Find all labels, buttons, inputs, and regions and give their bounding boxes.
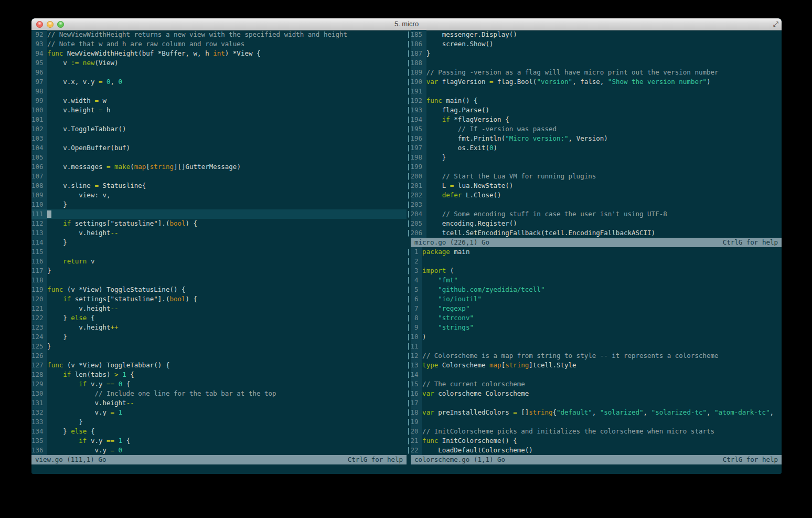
code-line[interactable]: |192 func main() {: [407, 96, 782, 105]
code-line[interactable]: 131 v.height--: [31, 398, 407, 408]
code-line[interactable]: |11: [407, 342, 782, 351]
code-line[interactable]: 129 if v.y == 0 {: [31, 379, 407, 389]
code-line[interactable]: 119 func (v *View) ToggleStatusLine() {: [31, 285, 407, 294]
code-line[interactable]: 130 // Include one line for the tab bar …: [31, 389, 407, 398]
code-line[interactable]: |15 // The current colorscheme: [407, 379, 782, 389]
code-line[interactable]: 110 }: [31, 200, 407, 209]
code-line[interactable]: 135 if v.y == 1 {: [31, 436, 407, 446]
code-line[interactable]: |190 var flagVersion = flag.Bool("versio…: [407, 77, 782, 87]
code-line[interactable]: |204 // Some encoding stuff in case the …: [407, 209, 782, 219]
editor-pane-view-go[interactable]: 92 // NewViewWidthHeight returns a new v…: [31, 30, 407, 455]
code-line[interactable]: |202 defer L.Close(): [407, 191, 782, 200]
split-divider: |: [407, 427, 411, 435]
code-line[interactable]: 134 } else {: [31, 427, 407, 436]
code-line[interactable]: |12 // Colorscheme is a map from string …: [407, 351, 782, 361]
code-line[interactable]: 126: [31, 351, 407, 361]
code-line[interactable]: |185 messenger.Display(): [407, 30, 782, 39]
code-line[interactable]: | 1 package main: [407, 247, 782, 257]
code-line[interactable]: |199: [407, 162, 782, 172]
code-line[interactable]: 113 v.height--: [31, 228, 407, 238]
code-line[interactable]: |194 if *flagVersion {: [407, 115, 782, 124]
code-line[interactable]: |195 // If -version was passed: [407, 124, 782, 134]
code-line[interactable]: |193 flag.Parse(): [407, 105, 782, 115]
code-line[interactable]: | 9 "strings": [407, 323, 782, 332]
code-line[interactable]: |196 fmt.Println("Micro version:", Versi…: [407, 134, 782, 143]
code-line[interactable]: 102 v.ToggleTabbar(): [31, 124, 407, 134]
code-line[interactable]: 133 }: [31, 417, 407, 427]
code-line[interactable]: |186 screen.Show(): [407, 39, 782, 49]
code-line[interactable]: 127 func (v *View) ToggleTabbar() {: [31, 361, 407, 370]
split-divider: |: [407, 267, 411, 274]
line-number: 18: [411, 408, 423, 417]
code-line[interactable]: |21 func InitColorscheme() {: [407, 436, 782, 446]
code-line[interactable]: 121 v.height--: [31, 304, 407, 313]
code-line[interactable]: | 4 "fmt": [407, 276, 782, 285]
code-line[interactable]: 99 v.width = w: [31, 96, 407, 105]
code-line[interactable]: |188: [407, 58, 782, 68]
split-divider: |: [407, 408, 411, 416]
editor-pane-colorscheme-go[interactable]: | 1 package main| 2 | 3 import (| 4 "fmt…: [407, 247, 782, 455]
code-line[interactable]: 94 func NewViewWidthHeight(buf *Buffer, …: [31, 49, 407, 58]
code-line[interactable]: | 7 "regexp": [407, 304, 782, 313]
command-line: [31, 464, 782, 474]
code-line[interactable]: |18 var preInstalledColors = []string{"d…: [407, 408, 782, 417]
resize-icon[interactable]: ⤢: [773, 20, 778, 28]
code-line[interactable]: 117 }: [31, 266, 407, 276]
code-line[interactable]: | 6 "io/ioutil": [407, 294, 782, 304]
code-line[interactable]: 100 v.height = h: [31, 105, 407, 115]
code-line[interactable]: 124 }: [31, 332, 407, 342]
editor-pane-micro-go[interactable]: |185 messenger.Display()|186 screen.Show…: [407, 30, 782, 238]
code-line[interactable]: |198 }: [407, 153, 782, 162]
code-line[interactable]: 125 }: [31, 342, 407, 351]
code-line[interactable]: 109 view: v,: [31, 191, 407, 200]
code-line[interactable]: 98: [31, 87, 407, 96]
code-line[interactable]: |17: [407, 398, 782, 408]
code-line[interactable]: 95 v := new(View): [31, 58, 407, 68]
code-line[interactable]: |191: [407, 87, 782, 96]
code-line[interactable]: 122 } else {: [31, 313, 407, 323]
code-line[interactable]: 114 }: [31, 238, 407, 247]
code-line[interactable]: 128 if len(tabs) > 1 {: [31, 370, 407, 379]
code-line[interactable]: |189 // Passing -version as a flag will …: [407, 68, 782, 77]
code-line[interactable]: 92 // NewViewWidthHeight returns a new v…: [31, 30, 407, 39]
window-titlebar[interactable]: 5. micro ⤢: [31, 18, 782, 30]
code-line[interactable]: |201 L = lua.NewState(): [407, 181, 782, 191]
code-line[interactable]: |206 tcell.SetEncodingFallback(tcell.Enc…: [407, 228, 782, 238]
code-line[interactable]: |200 // Start the Lua VM for running plu…: [407, 172, 782, 181]
code-line[interactable]: 120 if settings["statusline"].(bool) {: [31, 294, 407, 304]
code-line[interactable]: |10 ): [407, 332, 782, 342]
code-line[interactable]: |13 type Colorscheme map[string]tcell.St…: [407, 361, 782, 370]
code-line[interactable]: 136 v.y = 0: [31, 446, 407, 455]
code-line[interactable]: |187 }: [407, 49, 782, 58]
code-line[interactable]: | 5 "github.com/zyedidia/tcell": [407, 285, 782, 294]
code-line[interactable]: 107: [31, 172, 407, 181]
line-number: 113: [31, 228, 47, 238]
code-line[interactable]: 93 // Note that w and h are raw column a…: [31, 39, 407, 49]
code-line[interactable]: 123 v.height++: [31, 323, 407, 332]
code-line[interactable]: 112 if settings["statusline"].(bool) {: [31, 219, 407, 228]
code-line[interactable]: 132 v.y = 1: [31, 408, 407, 417]
code-line[interactable]: |14: [407, 370, 782, 379]
code-line[interactable]: |203: [407, 200, 782, 209]
code-line[interactable]: 106 v.messages = make(map[string][]Gutte…: [31, 162, 407, 172]
code-line[interactable]: 116 return v: [31, 257, 407, 266]
code-line[interactable]: 118: [31, 276, 407, 285]
code-line[interactable]: |19: [407, 417, 782, 427]
code-line[interactable]: 108 v.sline = Statusline{: [31, 181, 407, 191]
code-line[interactable]: 115: [31, 247, 407, 257]
code-line[interactable]: 111: [31, 209, 407, 219]
code-line[interactable]: |16 var colorscheme Colorscheme: [407, 389, 782, 398]
code-line[interactable]: 96: [31, 68, 407, 77]
code-line[interactable]: 103: [31, 134, 407, 143]
code-line[interactable]: |22 LoadDefaultColorscheme(): [407, 446, 782, 455]
code-line[interactable]: |205 encoding.Register(): [407, 219, 782, 228]
code-line[interactable]: 97 v.x, v.y = 0, 0: [31, 77, 407, 87]
code-line[interactable]: |20 // InitColorscheme picks and initial…: [407, 427, 782, 436]
code-line[interactable]: | 2: [407, 257, 782, 266]
code-line[interactable]: 104 v.OpenBuffer(buf): [31, 143, 407, 153]
code-line[interactable]: |197 os.Exit(0): [407, 143, 782, 153]
code-line[interactable]: | 8 "strconv": [407, 313, 782, 323]
code-line[interactable]: 105: [31, 153, 407, 162]
code-line[interactable]: | 3 import (: [407, 266, 782, 276]
code-line[interactable]: 101: [31, 115, 407, 124]
